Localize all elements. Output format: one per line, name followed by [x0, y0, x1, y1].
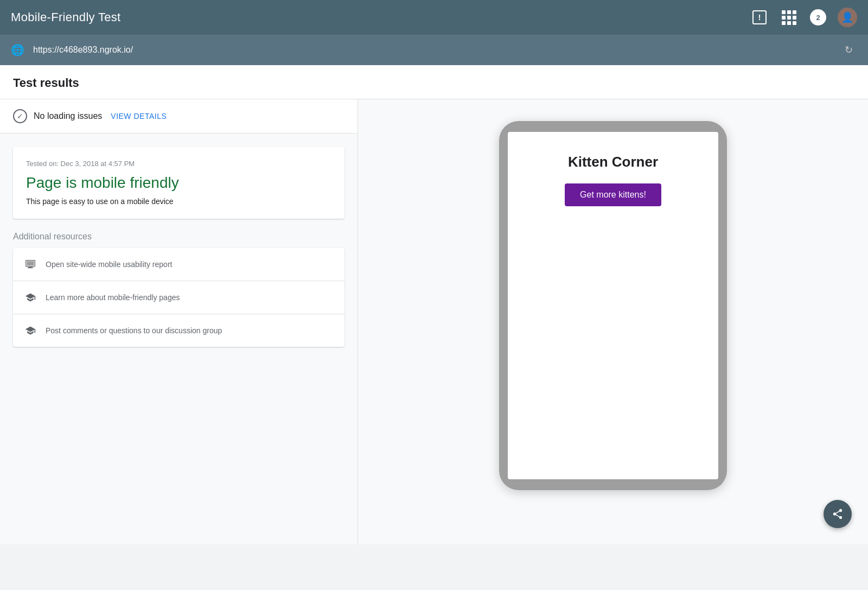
- view-details-link[interactable]: VIEW DETAILS: [111, 112, 167, 120]
- url-bar: 🌐 https://c468e893.ngrok.io/ ↻: [0, 35, 868, 65]
- resource-item-learn-more[interactable]: Learn more about mobile-friendly pages: [13, 281, 344, 314]
- notifications-button[interactable]: 2: [808, 8, 828, 27]
- resource-label-1: Learn more about mobile-friendly pages: [46, 293, 180, 302]
- feedback-icon: !: [752, 10, 767, 24]
- content-area: No loading issues VIEW DETAILS Tested on…: [0, 99, 868, 544]
- svg-rect-2: [29, 267, 33, 268]
- resource-item-discussion[interactable]: Post comments or questions to our discus…: [13, 314, 344, 347]
- result-card: Tested on: Dec 3, 2018 at 4:57 PM Page i…: [13, 147, 344, 219]
- loading-status-text: No loading issues: [34, 111, 102, 121]
- feedback-button[interactable]: !: [750, 8, 769, 27]
- grid-icon: [782, 10, 796, 25]
- resource-item-usability[interactable]: Open site-wide mobile usability report: [13, 248, 344, 281]
- phone-site-title: Kitten Corner: [568, 154, 658, 170]
- result-description: This page is easy to use on a mobile dev…: [26, 197, 331, 206]
- phone-preview-panel: Kitten Corner Get more kittens!: [358, 99, 868, 544]
- avatar: 👤: [838, 8, 857, 27]
- usability-report-icon: [24, 258, 37, 271]
- additional-resources-title: Additional resources: [13, 232, 344, 242]
- check-icon: [13, 109, 27, 123]
- phone-screen: Kitten Corner Get more kittens!: [508, 132, 718, 479]
- app-header: Mobile-Friendly Test ! 2 👤: [0, 0, 868, 35]
- test-results-header: Test results: [0, 65, 868, 99]
- mobile-friendly-heading: Page is mobile friendly: [26, 174, 331, 192]
- account-button[interactable]: 👤: [838, 8, 857, 27]
- loading-status-bar: No loading issues VIEW DETAILS: [0, 99, 358, 134]
- app-title: Mobile-Friendly Test: [11, 10, 120, 24]
- share-fab-button[interactable]: [824, 500, 852, 528]
- resources-card: Open site-wide mobile usability report L…: [13, 248, 344, 347]
- phone-frame: Kitten Corner Get more kittens!: [499, 121, 727, 490]
- header-actions: ! 2 👤: [750, 8, 857, 27]
- main-content: Test results No loading issues VIEW DETA…: [0, 65, 868, 544]
- svg-rect-1: [27, 261, 34, 265]
- resource-label-2: Post comments or questions to our discus…: [46, 326, 222, 335]
- learn-more-icon: [24, 291, 37, 304]
- resource-label-0: Open site-wide mobile usability report: [46, 260, 172, 269]
- page-title: Test results: [13, 76, 855, 90]
- discussion-icon: [24, 324, 37, 337]
- svg-rect-3: [28, 268, 33, 268]
- tested-on-text: Tested on: Dec 3, 2018 at 4:57 PM: [26, 160, 331, 168]
- notification-badge: 2: [810, 9, 826, 26]
- url-input[interactable]: https://c468e893.ngrok.io/: [33, 45, 831, 55]
- apps-button[interactable]: [779, 8, 799, 27]
- additional-resources-section: Additional resources Open site-w: [0, 232, 358, 347]
- left-panel: No loading issues VIEW DETAILS Tested on…: [0, 99, 358, 544]
- refresh-button[interactable]: ↻: [840, 41, 857, 59]
- globe-icon: 🌐: [11, 43, 24, 56]
- phone-cta-button[interactable]: Get more kittens!: [565, 183, 661, 206]
